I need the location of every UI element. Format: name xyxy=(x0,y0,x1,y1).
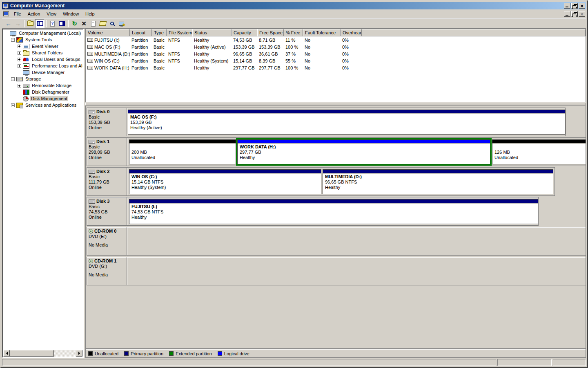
volume-icon xyxy=(87,59,93,63)
menu-help[interactable]: Help xyxy=(82,10,98,18)
console-restore-button[interactable] xyxy=(571,11,578,17)
tree-item-system-tools[interactable]: System Tools xyxy=(3,36,82,43)
collapse-icon[interactable] xyxy=(11,77,15,81)
primary-partition-color-swatch xyxy=(124,351,129,356)
column-header-volume[interactable]: Volume xyxy=(86,29,130,36)
status-pane-secondary xyxy=(497,359,552,366)
scrollbar-track[interactable] xyxy=(10,350,76,357)
volume-row-multimedia[interactable]: MULTIMEDIA (D:) Partition Basic NTFS Hea… xyxy=(86,50,586,57)
scroll-right-button[interactable] xyxy=(76,350,82,357)
tree-item-storage[interactable]: Storage xyxy=(3,76,82,82)
partition-win-os[interactable]: WIN OS (C:) 15,14 GB NTFS Healthy (Syste… xyxy=(129,169,321,194)
show-hide-action-pane-button[interactable] xyxy=(57,19,67,28)
forward-icon: → xyxy=(15,20,21,27)
users-icon xyxy=(23,57,29,62)
tree-item-computer-management[interactable]: Computer Management (Local) xyxy=(3,30,82,36)
expand-icon[interactable] xyxy=(18,64,21,68)
back-button[interactable]: ← xyxy=(4,19,13,28)
open-button[interactable] xyxy=(98,19,107,28)
expand-icon[interactable] xyxy=(18,45,21,48)
column-header-free-space[interactable]: Free Space xyxy=(257,29,284,36)
expand-icon[interactable] xyxy=(18,84,21,88)
disk1-label[interactable]: Disk 1 Basic 298,09 GB Online xyxy=(87,138,127,166)
close-button[interactable] xyxy=(579,3,585,9)
volume-row-mac-os[interactable]: MAC OS (F:) Partition Basic Healthy (Act… xyxy=(86,43,586,50)
device-manager-icon xyxy=(23,70,29,75)
menu-view[interactable]: View xyxy=(43,10,60,18)
partition-work-data[interactable]: WORK DATA (H:) 297,77 GB Healthy xyxy=(237,139,490,164)
disk2-band: Disk 2 Basic 111,79 GB Online WIN OS (C:… xyxy=(87,167,555,196)
unallocated-region-126mb[interactable]: 126 MB Unallocated xyxy=(492,139,586,164)
tree-item-removable-storage[interactable]: Removable Storage xyxy=(3,82,82,89)
column-header-type[interactable]: Type xyxy=(152,29,167,36)
volume-icon xyxy=(87,38,93,42)
column-header-capacity[interactable]: Capacity xyxy=(232,29,257,36)
restore-button[interactable] xyxy=(571,3,578,9)
properties-button[interactable] xyxy=(89,19,98,28)
console-minimize-button[interactable] xyxy=(564,11,570,17)
magnifier-icon xyxy=(110,22,114,25)
tree-item-disk-defragmenter[interactable]: Disk Defragmenter xyxy=(3,89,82,95)
unallocated-region-200mb[interactable]: 200 MB Unallocated xyxy=(129,139,236,164)
column-header-status[interactable]: Status xyxy=(192,29,232,36)
tree-item-device-manager[interactable]: Device Manager xyxy=(3,69,82,76)
help-topics-button[interactable]: ? xyxy=(48,19,57,28)
partition-mac-os[interactable]: MAC OS (F:) 153,39 GB Healthy (Active) xyxy=(128,110,566,135)
column-header-file-system[interactable]: File System xyxy=(167,29,192,36)
menu-window[interactable]: Window xyxy=(60,10,82,18)
collapse-icon[interactable] xyxy=(11,38,15,42)
expand-icon[interactable] xyxy=(11,103,15,107)
column-header-layout[interactable]: Layout xyxy=(130,29,152,36)
cdrom0-band: CD-ROM 0 DVD (E:) No Media xyxy=(87,227,586,256)
tree-item-disk-management[interactable]: Disk Management xyxy=(3,95,82,102)
column-header-fault-tolerance[interactable]: Fault Tolerance xyxy=(303,29,341,36)
open-folder-icon xyxy=(99,21,106,26)
delete-icon: ✕ xyxy=(81,20,87,27)
column-header-pct-free[interactable]: % Free xyxy=(284,29,303,36)
cdrom1-label[interactable]: CD-ROM 1 DVD (G:) No Media xyxy=(87,257,127,285)
minimize-button[interactable] xyxy=(564,3,570,9)
expand-icon[interactable] xyxy=(18,51,21,55)
scroll-left-icon xyxy=(4,352,8,355)
menu-action[interactable]: Action xyxy=(24,10,44,18)
column-header-overhead[interactable]: Overhead xyxy=(341,29,362,36)
tree-item-shared-folders[interactable]: Shared Folders xyxy=(3,49,82,56)
scrollbar-thumb[interactable] xyxy=(10,350,54,357)
tree-item-event-viewer[interactable]: Event Viewer xyxy=(3,43,82,49)
console-close-button[interactable] xyxy=(579,11,585,17)
delete-button[interactable]: ✕ xyxy=(79,19,89,28)
up-folder-icon: ↑ xyxy=(27,21,33,26)
status-pane-main xyxy=(2,359,496,366)
disk2-label[interactable]: Disk 2 Basic 111,79 GB Online xyxy=(87,168,127,195)
tree-item-services-and-applications[interactable]: Services and Applications xyxy=(3,102,82,108)
forward-button[interactable]: → xyxy=(13,19,22,28)
expand-icon[interactable] xyxy=(18,58,21,61)
cdrom0-label[interactable]: CD-ROM 0 DVD (E:) No Media xyxy=(87,227,127,255)
legend-unallocated: Unallocated xyxy=(88,351,118,356)
shared-folders-icon xyxy=(23,51,29,56)
tree-item-performance-logs-and-alerts[interactable]: Performance Logs and Alerts xyxy=(3,63,82,69)
computer-management-app-icon xyxy=(3,3,9,8)
list-graph-splitter[interactable] xyxy=(85,103,586,105)
volume-row-win-os[interactable]: WIN OS (C:) Partition Basic NTFS Healthy… xyxy=(86,57,586,64)
console-window-icon[interactable] xyxy=(3,11,9,16)
disk0-label[interactable]: Disk 0 Basic 153,39 GB Online xyxy=(87,108,127,136)
menu-file[interactable]: File xyxy=(11,10,24,18)
volume-row-fujitsu[interactable]: FUJITSU (I:) Partition Basic NTFS Health… xyxy=(86,36,586,43)
volume-row-work-data[interactable]: WORK DATA (H:) Partition Basic Healthy 2… xyxy=(86,64,586,71)
partition-multimedia[interactable]: MULTIMEDIA (D:) 96,65 GB NTFS Healthy xyxy=(323,169,553,194)
scroll-left-button[interactable] xyxy=(3,350,10,357)
refresh-button[interactable]: ↻ xyxy=(70,19,79,28)
disk3-label[interactable]: Disk 3 Basic 74,53 GB Online xyxy=(87,197,127,225)
up-one-level-button[interactable]: ↑ xyxy=(26,19,35,28)
disk-management-icon xyxy=(23,96,29,101)
back-icon: ← xyxy=(5,20,11,27)
disk-icon xyxy=(89,140,95,144)
manage-computer-icon: ✱ xyxy=(119,22,124,26)
partition-fujitsu[interactable]: FUJITSU (I:) 74,53 GB NTFS Healthy xyxy=(129,199,538,224)
tree-item-local-users-and-groups[interactable]: Local Users and Groups xyxy=(3,56,82,63)
manage-computer-button[interactable]: ✱ xyxy=(117,19,126,28)
partition-legend: Unallocated Primary partition Extended p… xyxy=(86,349,586,357)
show-hide-console-tree-button[interactable] xyxy=(35,19,45,28)
find-button[interactable] xyxy=(107,19,117,28)
